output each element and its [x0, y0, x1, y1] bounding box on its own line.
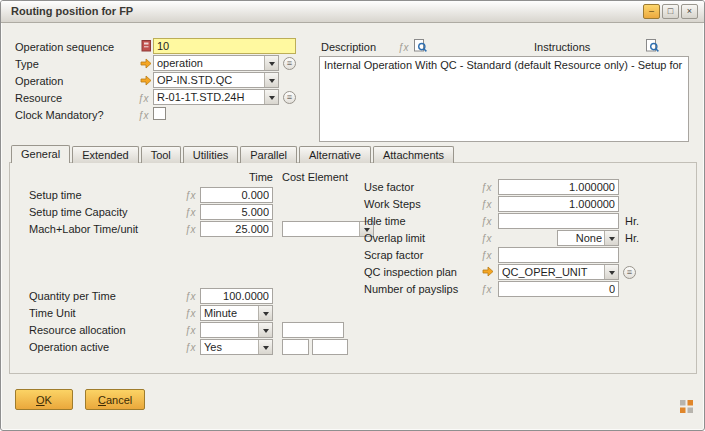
- mach-labor-time-input[interactable]: [200, 221, 273, 237]
- scrap-factor-label: Scrap factor: [364, 249, 423, 261]
- magnifier-icon[interactable]: [414, 39, 427, 52]
- tab-tool[interactable]: Tool: [141, 146, 181, 163]
- resource-select[interactable]: R-01-1T.STD.24H: [153, 89, 279, 105]
- type-value: operation: [157, 57, 262, 69]
- tab-utilities[interactable]: Utilities: [183, 146, 238, 163]
- work-steps-input[interactable]: [498, 196, 619, 212]
- operation-label: Operation: [15, 75, 63, 87]
- cancel-button[interactable]: Cancel: [85, 389, 145, 410]
- idle-time-input[interactable]: [498, 213, 619, 229]
- dropdown-arrow-icon: [264, 56, 278, 70]
- work-steps-label: Work Steps: [364, 198, 421, 210]
- setup-time-label: Setup time: [29, 189, 82, 201]
- formula-icon: ƒx: [481, 284, 492, 295]
- link-arrow-icon[interactable]: [482, 266, 494, 277]
- number-of-payslips-input[interactable]: [498, 281, 619, 297]
- operation-select[interactable]: OP-IN.STD.QC: [153, 72, 279, 88]
- description-text-area[interactable]: Internal Operation With QC - Standard (d…: [319, 56, 689, 142]
- tab-extended[interactable]: Extended: [72, 146, 138, 163]
- operation-sequence-input[interactable]: [153, 38, 296, 54]
- type-label: Type: [15, 58, 39, 70]
- qc-inspection-plan-value: QC_OPER_UNIT: [502, 266, 602, 278]
- dropdown-arrow-icon: [258, 306, 272, 320]
- ok-button[interactable]: OK: [15, 389, 73, 410]
- link-arrow-icon[interactable]: [140, 75, 152, 86]
- form-settings-icon[interactable]: [679, 399, 694, 414]
- formula-icon: ƒx: [481, 199, 492, 210]
- operation-sequence-label: Operation sequence: [15, 41, 114, 53]
- link-arrow-icon[interactable]: [140, 58, 152, 69]
- scrap-factor-input[interactable]: [498, 247, 619, 263]
- operation-value: OP-IN.STD.QC: [157, 74, 262, 86]
- choose-from-list-icon[interactable]: ≡: [283, 91, 296, 104]
- resource-allocation-qty-input[interactable]: [282, 322, 344, 338]
- number-of-payslips-label: Number of payslips: [364, 283, 458, 295]
- qc-inspection-plan-select[interactable]: QC_OPER_UNIT: [498, 264, 619, 280]
- instructions-label: Instructions: [534, 41, 590, 53]
- tab-attachments[interactable]: Attachments: [373, 146, 454, 163]
- minimize-button[interactable]: –: [643, 4, 660, 19]
- choose-from-list-icon[interactable]: ≡: [623, 266, 636, 279]
- magnifier-icon[interactable]: [646, 39, 659, 52]
- idle-time-label: Idle time: [364, 215, 406, 227]
- dropdown-arrow-icon: [604, 231, 618, 245]
- overlap-limit-label: Overlap limit: [364, 232, 425, 244]
- maximize-button[interactable]: □: [662, 4, 679, 19]
- description-label: Description: [321, 41, 376, 53]
- formula-icon: ƒx: [481, 233, 492, 244]
- qc-inspection-plan-label: QC inspection plan: [364, 266, 457, 278]
- operation-active-from-input[interactable]: [282, 339, 309, 355]
- cancel-button-label: Cancel: [98, 394, 132, 406]
- overlap-limit-value: None: [561, 232, 602, 244]
- tab-bar: General Extended Tool Utilities Parallel…: [11, 145, 456, 163]
- formula-icon: ƒx: [138, 93, 149, 104]
- quantity-per-time-label: Quantity per Time: [29, 290, 116, 302]
- dropdown-arrow-icon: [258, 323, 272, 337]
- use-factor-label: Use factor: [364, 181, 414, 193]
- resource-allocation-select[interactable]: [200, 322, 273, 338]
- operation-active-select[interactable]: Yes: [200, 339, 273, 355]
- clock-mandatory-label: Clock Mandatory?: [15, 109, 104, 121]
- operation-active-label: Operation active: [29, 341, 109, 353]
- overlap-limit-unit-label: Hr.: [625, 232, 639, 244]
- resource-allocation-label: Resource allocation: [29, 324, 126, 336]
- operation-active-value: Yes: [204, 341, 256, 353]
- window-controls: – □ ×: [643, 4, 698, 19]
- setup-time-input[interactable]: [200, 187, 273, 203]
- resource-label: Resource: [15, 92, 62, 104]
- dropdown-arrow-icon: [604, 265, 618, 279]
- quantity-per-time-input[interactable]: [200, 288, 273, 304]
- overlap-limit-select[interactable]: None: [557, 230, 619, 246]
- choose-from-list-icon[interactable]: ≡: [283, 57, 296, 70]
- time-unit-select[interactable]: Minute: [200, 305, 273, 321]
- setup-time-capacity-input[interactable]: [200, 204, 273, 220]
- cost-element-column-header: Cost Element: [282, 171, 348, 183]
- formula-icon: ƒx: [185, 224, 196, 235]
- title-bar[interactable]: Routing position for FP – □ ×: [1, 1, 704, 23]
- formula-icon: ƒx: [481, 216, 492, 227]
- window-title: Routing position for FP: [11, 5, 133, 17]
- formula-icon: ƒx: [185, 325, 196, 336]
- dropdown-arrow-icon: [264, 73, 278, 87]
- setup-time-capacity-label: Setup time Capacity: [29, 206, 127, 218]
- tab-alternative[interactable]: Alternative: [299, 146, 371, 163]
- time-unit-label: Time Unit: [29, 307, 76, 319]
- resource-value: R-01-1T.STD.24H: [157, 91, 262, 103]
- edit-indicator-icon: [141, 39, 152, 52]
- use-factor-input[interactable]: [498, 179, 619, 195]
- clock-mandatory-checkbox[interactable]: [153, 107, 166, 120]
- formula-icon: ƒx: [185, 308, 196, 319]
- type-select[interactable]: operation: [153, 55, 279, 71]
- time-unit-value: Minute: [204, 307, 256, 319]
- idle-time-unit-label: Hr.: [625, 215, 639, 227]
- routing-position-dialog: Routing position for FP – □ × Operation …: [0, 0, 705, 431]
- formula-icon: ƒx: [185, 190, 196, 201]
- formula-icon: ƒx: [398, 42, 409, 53]
- tab-general[interactable]: General: [11, 145, 70, 163]
- close-button[interactable]: ×: [681, 4, 698, 19]
- cost-element-select[interactable]: [282, 221, 374, 237]
- dropdown-arrow-icon: [264, 90, 278, 104]
- tab-parallel[interactable]: Parallel: [240, 146, 297, 163]
- mach-labor-time-label: Mach+Labor Time/unit: [29, 223, 138, 235]
- operation-active-to-input[interactable]: [312, 339, 348, 355]
